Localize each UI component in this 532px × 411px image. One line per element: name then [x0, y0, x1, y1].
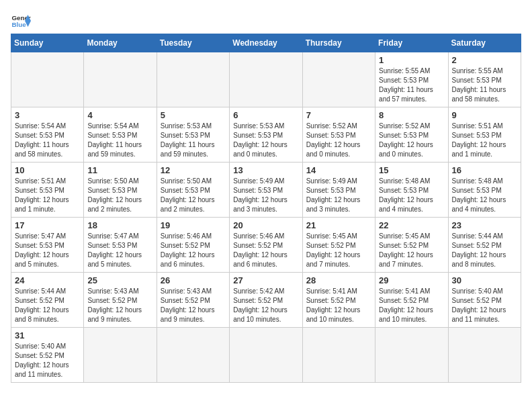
weekday-header-thursday: Thursday [302, 34, 375, 52]
day-number: 10 [15, 165, 80, 175]
day-number: 20 [233, 220, 298, 230]
calendar-cell: 7Sunrise: 5:52 AM Sunset: 5:53 PM Daylig… [302, 107, 375, 163]
day-number: 22 [379, 220, 444, 230]
calendar-cell: 18Sunrise: 5:47 AM Sunset: 5:53 PM Dayli… [84, 218, 157, 273]
day-info: Sunrise: 5:53 AM Sunset: 5:53 PM Dayligh… [233, 122, 298, 159]
day-info: Sunrise: 5:50 AM Sunset: 5:53 PM Dayligh… [161, 177, 226, 214]
day-info: Sunrise: 5:49 AM Sunset: 5:53 PM Dayligh… [233, 177, 298, 214]
calendar-cell: 28Sunrise: 5:41 AM Sunset: 5:52 PM Dayli… [302, 273, 375, 328]
day-info: Sunrise: 5:44 AM Sunset: 5:52 PM Dayligh… [15, 287, 80, 324]
calendar-cell: 20Sunrise: 5:46 AM Sunset: 5:52 PM Dayli… [230, 218, 302, 273]
logo: General Blue [11, 11, 31, 31]
calendar-cell: 9Sunrise: 5:51 AM Sunset: 5:53 PM Daylig… [448, 107, 521, 163]
day-info: Sunrise: 5:40 AM Sunset: 5:52 PM Dayligh… [452, 287, 517, 324]
weekday-header-wednesday: Wednesday [230, 34, 302, 52]
day-info: Sunrise: 5:47 AM Sunset: 5:53 PM Dayligh… [87, 232, 152, 269]
calendar-cell: 26Sunrise: 5:43 AM Sunset: 5:52 PM Dayli… [157, 273, 229, 328]
day-number: 4 [87, 110, 152, 120]
day-info: Sunrise: 5:40 AM Sunset: 5:52 PM Dayligh… [15, 342, 80, 379]
day-info: Sunrise: 5:47 AM Sunset: 5:53 PM Dayligh… [15, 232, 80, 269]
day-info: Sunrise: 5:49 AM Sunset: 5:53 PM Dayligh… [306, 177, 371, 214]
day-number: 9 [452, 110, 517, 120]
day-number: 1 [379, 55, 444, 65]
svg-text:Blue: Blue [12, 21, 27, 28]
header: General Blue [11, 11, 521, 31]
day-info: Sunrise: 5:44 AM Sunset: 5:52 PM Dayligh… [452, 232, 517, 269]
day-number: 6 [233, 110, 298, 120]
week-row-6: 31Sunrise: 5:40 AM Sunset: 5:52 PM Dayli… [11, 328, 521, 383]
weekday-header-sunday: Sunday [11, 34, 84, 52]
generalblue-logo-icon: General Blue [11, 11, 31, 31]
day-number: 13 [233, 165, 298, 175]
day-number: 19 [161, 220, 226, 230]
day-info: Sunrise: 5:50 AM Sunset: 5:53 PM Dayligh… [87, 177, 152, 214]
calendar-cell: 10Sunrise: 5:51 AM Sunset: 5:53 PM Dayli… [11, 163, 84, 218]
calendar-cell [157, 328, 229, 383]
day-number: 11 [87, 165, 152, 175]
day-info: Sunrise: 5:55 AM Sunset: 5:53 PM Dayligh… [452, 66, 517, 104]
calendar-cell: 1Sunrise: 5:55 AM Sunset: 5:53 PM Daylig… [375, 52, 448, 107]
calendar-cell: 31Sunrise: 5:40 AM Sunset: 5:52 PM Dayli… [11, 328, 84, 383]
day-info: Sunrise: 5:54 AM Sunset: 5:53 PM Dayligh… [87, 122, 152, 159]
day-info: Sunrise: 5:43 AM Sunset: 5:52 PM Dayligh… [161, 287, 226, 324]
calendar-cell [157, 52, 229, 107]
day-number: 31 [15, 330, 80, 340]
day-info: Sunrise: 5:45 AM Sunset: 5:52 PM Dayligh… [306, 232, 371, 269]
calendar-cell: 11Sunrise: 5:50 AM Sunset: 5:53 PM Dayli… [84, 163, 157, 218]
day-info: Sunrise: 5:52 AM Sunset: 5:53 PM Dayligh… [379, 122, 444, 159]
day-number: 7 [306, 110, 371, 120]
calendar-cell: 12Sunrise: 5:50 AM Sunset: 5:53 PM Dayli… [157, 163, 229, 218]
day-info: Sunrise: 5:42 AM Sunset: 5:52 PM Dayligh… [233, 287, 298, 324]
day-info: Sunrise: 5:43 AM Sunset: 5:52 PM Dayligh… [87, 287, 152, 324]
day-number: 21 [306, 220, 371, 230]
day-info: Sunrise: 5:52 AM Sunset: 5:53 PM Dayligh… [306, 122, 371, 159]
day-number: 17 [15, 220, 80, 230]
week-row-2: 3Sunrise: 5:54 AM Sunset: 5:53 PM Daylig… [11, 107, 521, 163]
day-info: Sunrise: 5:46 AM Sunset: 5:52 PM Dayligh… [161, 232, 226, 269]
day-info: Sunrise: 5:46 AM Sunset: 5:52 PM Dayligh… [233, 232, 298, 269]
calendar-cell [84, 52, 157, 107]
weekday-header-tuesday: Tuesday [157, 34, 229, 52]
day-number: 25 [87, 275, 152, 285]
day-number: 30 [452, 275, 517, 285]
calendar-cell [302, 328, 375, 383]
day-number: 8 [379, 110, 444, 120]
calendar-cell [230, 328, 302, 383]
day-number: 2 [452, 55, 517, 65]
day-number: 15 [379, 165, 444, 175]
day-info: Sunrise: 5:45 AM Sunset: 5:52 PM Dayligh… [379, 232, 444, 269]
calendar-cell: 4Sunrise: 5:54 AM Sunset: 5:53 PM Daylig… [84, 107, 157, 163]
day-info: Sunrise: 5:54 AM Sunset: 5:53 PM Dayligh… [15, 122, 80, 159]
day-info: Sunrise: 5:51 AM Sunset: 5:53 PM Dayligh… [452, 122, 517, 159]
day-number: 27 [233, 275, 298, 285]
calendar-cell: 2Sunrise: 5:55 AM Sunset: 5:53 PM Daylig… [448, 52, 521, 107]
day-number: 26 [161, 275, 226, 285]
calendar-cell: 5Sunrise: 5:53 AM Sunset: 5:53 PM Daylig… [157, 107, 229, 163]
week-row-3: 10Sunrise: 5:51 AM Sunset: 5:53 PM Dayli… [11, 163, 521, 218]
calendar-cell [375, 328, 448, 383]
week-row-5: 24Sunrise: 5:44 AM Sunset: 5:52 PM Dayli… [11, 273, 521, 328]
calendar-cell: 3Sunrise: 5:54 AM Sunset: 5:53 PM Daylig… [11, 107, 84, 163]
calendar-cell [302, 52, 375, 107]
day-info: Sunrise: 5:48 AM Sunset: 5:53 PM Dayligh… [452, 177, 517, 214]
calendar-cell: 29Sunrise: 5:41 AM Sunset: 5:52 PM Dayli… [375, 273, 448, 328]
day-number: 23 [452, 220, 517, 230]
day-info: Sunrise: 5:53 AM Sunset: 5:53 PM Dayligh… [161, 122, 226, 159]
weekday-header-monday: Monday [84, 34, 157, 52]
day-number: 16 [452, 165, 517, 175]
weekday-header-row: SundayMondayTuesdayWednesdayThursdayFrid… [11, 34, 521, 52]
calendar-cell: 16Sunrise: 5:48 AM Sunset: 5:53 PM Dayli… [448, 163, 521, 218]
day-number: 14 [306, 165, 371, 175]
day-number: 18 [87, 220, 152, 230]
day-number: 3 [15, 110, 80, 120]
calendar-cell: 24Sunrise: 5:44 AM Sunset: 5:52 PM Dayli… [11, 273, 84, 328]
day-info: Sunrise: 5:48 AM Sunset: 5:53 PM Dayligh… [379, 177, 444, 214]
calendar-cell: 21Sunrise: 5:45 AM Sunset: 5:52 PM Dayli… [302, 218, 375, 273]
calendar-cell: 23Sunrise: 5:44 AM Sunset: 5:52 PM Dayli… [448, 218, 521, 273]
day-number: 29 [379, 275, 444, 285]
weekday-header-friday: Friday [375, 34, 448, 52]
day-info: Sunrise: 5:41 AM Sunset: 5:52 PM Dayligh… [379, 287, 444, 324]
calendar-cell: 17Sunrise: 5:47 AM Sunset: 5:53 PM Dayli… [11, 218, 84, 273]
calendar-cell [84, 328, 157, 383]
calendar-cell: 6Sunrise: 5:53 AM Sunset: 5:53 PM Daylig… [230, 107, 302, 163]
